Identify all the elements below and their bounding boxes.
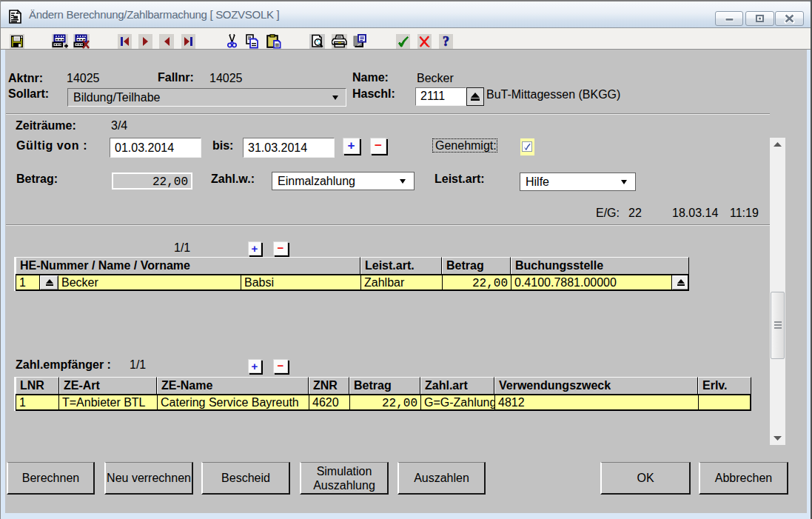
svg-text:?: ? [443,34,449,49]
